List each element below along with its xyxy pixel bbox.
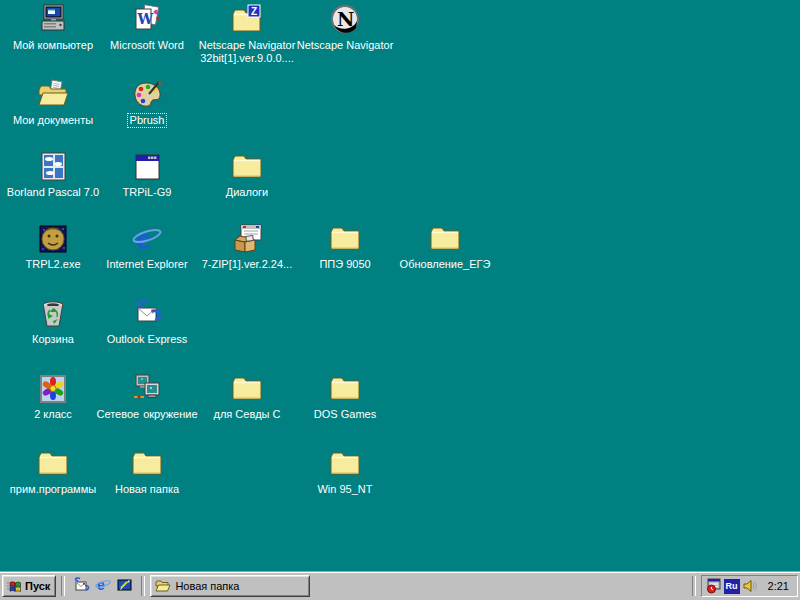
ql-desktop-icon	[117, 577, 133, 595]
icon-label: Internet Explorer	[92, 258, 202, 271]
computer-icon	[37, 4, 69, 36]
desktop-icon-pbrush[interactable]: Pbrush	[92, 79, 202, 127]
icon-label-line: Обновление_ЕГЭ	[398, 258, 493, 271]
desktop-icon-seven-zip[interactable]: 7-ZIP[1].ver.2.24...	[192, 223, 302, 271]
desktop-icon-netscape-navigator[interactable]: NNetscape Navigator	[290, 4, 400, 52]
icon-label: Обновление_ЕГЭ	[390, 258, 500, 271]
icon-label-line: Netscape Navigator	[197, 39, 298, 52]
shortcut-arrow-icon	[131, 172, 142, 183]
task-button-label: Новая папка	[175, 580, 239, 592]
taskbar-separator	[61, 576, 65, 596]
icon-label: Новая папка	[92, 483, 202, 496]
icon-label-line: Pbrush	[128, 114, 167, 127]
desktop-icon-microsoft-word[interactable]: WMicrosoft Word	[92, 4, 202, 52]
shortcut-arrow-icon	[131, 100, 142, 111]
desktop-icon-novaya-papka[interactable]: Новая папка	[92, 448, 202, 496]
shortcut-arrow-icon	[329, 25, 340, 36]
icon-label-line: 32bit[1].ver.9.0.0....	[198, 52, 296, 65]
folder-icon	[131, 448, 163, 480]
folder-docs-icon	[37, 79, 69, 111]
taskbar-separator	[141, 576, 145, 596]
start-button-label: Пуск	[25, 580, 50, 592]
folder-icon	[429, 223, 461, 255]
icon-label: DOS Games	[290, 408, 400, 421]
start-button[interactable]: Пуск	[2, 575, 56, 597]
desktop-icon-ppe-9050[interactable]: ППЭ 9050	[290, 223, 400, 271]
icon-label-line: TRPL2.exe	[23, 258, 82, 271]
desktop-icon-dlya-sevdy[interactable]: для Севды С	[192, 373, 302, 421]
icon-label: 7-ZIP[1].ver.2.24...	[192, 258, 302, 271]
icon-label-line: Диалоги	[224, 186, 271, 199]
taskbar-separator	[692, 576, 696, 596]
system-tray: Ru 2:21	[701, 575, 798, 597]
shortcut-arrow-icon	[131, 25, 142, 36]
desktop-icon-netscape-folder[interactable]: ZNetscape Navigator32bit[1].ver.9.0.0...…	[192, 4, 302, 65]
trpl-icon	[37, 223, 69, 255]
icon-label: Outlook Express	[92, 333, 202, 346]
ql-ie-icon: e	[95, 577, 111, 595]
icon-label: Pbrush	[92, 114, 202, 127]
volume-icon[interactable]	[742, 578, 758, 594]
clock: 2:21	[760, 580, 793, 592]
svg-text:e: e	[97, 577, 105, 593]
language-indicator[interactable]: Ru	[724, 579, 740, 594]
icon-label: для Севды С	[192, 408, 302, 421]
desktop-icon-obnovlenie-ege[interactable]: Обновление_ЕГЭ	[390, 223, 500, 271]
folder-z-icon: Z	[231, 4, 263, 36]
icon-label-line: окружение	[141, 408, 199, 421]
open-folder-icon	[155, 578, 171, 594]
icon-label-line: Outlook Express	[105, 333, 190, 346]
desktop-icon-dialogi[interactable]: Диалоги	[192, 151, 302, 199]
task-scheduler-icon[interactable]	[706, 578, 722, 594]
desktop-icon-network-neighborhood[interactable]: Сетевоеокружение	[92, 373, 202, 421]
folder-icon	[231, 151, 263, 183]
icon-label-line: DOS Games	[312, 408, 378, 421]
outlook-icon	[131, 298, 163, 330]
icon-label: Сетевоеокружение	[92, 408, 202, 421]
shortcut-arrow-icon	[131, 319, 142, 330]
desktop-icon-outlook-express[interactable]: Outlook Express	[92, 298, 202, 346]
icon-label: Microsoft Word	[92, 39, 202, 52]
icon-label-line: 2 класс	[32, 408, 74, 421]
icon-label-line: Microsoft Word	[108, 39, 186, 52]
folder-icon	[329, 448, 361, 480]
launch-outlook-express-button[interactable]	[70, 575, 92, 597]
icon-label-line: Сетевое	[94, 408, 141, 421]
folder-icon	[329, 223, 361, 255]
icon-label-line: Новая папка	[113, 483, 181, 496]
desktop-icon-trpil-g9[interactable]: TRPiL-G9	[92, 151, 202, 199]
icon-label-line: для Севды С	[212, 408, 283, 421]
window-clouds-icon	[37, 151, 69, 183]
flower-icon	[37, 373, 69, 405]
desktop-icon-win95-nt[interactable]: Win 95_NT	[290, 448, 400, 496]
app-window-icon	[131, 151, 163, 183]
desktop-icon-dos-games[interactable]: DOS Games	[290, 373, 400, 421]
shortcut-arrow-icon	[37, 244, 48, 255]
word-icon: W	[131, 4, 163, 36]
ie-icon: e	[131, 223, 163, 255]
ql-outlook-icon	[73, 577, 90, 595]
folder-icon	[329, 373, 361, 405]
folder-icon	[231, 373, 263, 405]
icon-label-line: Netscape Navigator	[295, 39, 396, 52]
shortcut-arrow-icon	[37, 394, 48, 405]
launch-internet-explorer-button[interactable]: e	[92, 575, 114, 597]
quick-launch-bar: e	[70, 575, 136, 597]
icon-label: Netscape Navigator32bit[1].ver.9.0.0....	[192, 39, 302, 65]
show-desktop-button[interactable]	[114, 575, 136, 597]
palette-icon	[131, 79, 163, 111]
network-icon	[131, 373, 163, 405]
icon-label-line: 7-ZIP[1].ver.2.24...	[200, 258, 295, 271]
folder-icon	[37, 448, 69, 480]
icon-label-line: Корзина	[30, 333, 76, 346]
icon-label-line: Win 95_NT	[315, 483, 374, 496]
icon-label: Netscape Navigator	[290, 39, 400, 52]
task-button-novaya-papka[interactable]: Новая папка	[150, 575, 310, 597]
desktop: Мой компьютерWMicrosoft WordZNetscape Na…	[0, 0, 800, 572]
svg-text:Z: Z	[251, 6, 257, 17]
icon-label-line: Internet Explorer	[104, 258, 189, 271]
desktop-icon-internet-explorer[interactable]: eInternet Explorer	[92, 223, 202, 271]
netscape-icon: N	[329, 4, 361, 36]
recycle-icon	[37, 298, 69, 330]
installer-icon	[231, 223, 263, 255]
